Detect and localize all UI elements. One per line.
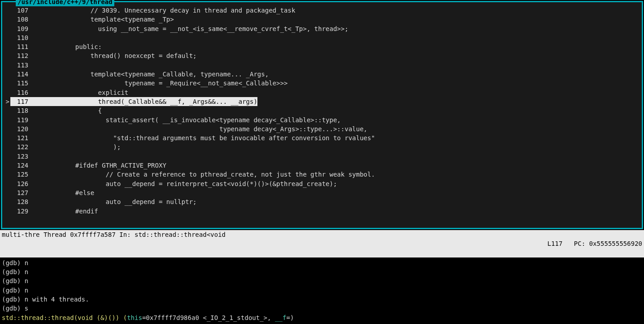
console-history-line: (gdb) s bbox=[2, 304, 642, 313]
line-content: auto __depend = nullptr; bbox=[37, 197, 642, 206]
line-number: 113 bbox=[10, 61, 37, 70]
line-content bbox=[37, 33, 642, 42]
status-bar: multi-thre Thread 0x7ffff7a587 In: std::… bbox=[0, 230, 644, 257]
line-content: typename decay<_Args>::type...>::value, bbox=[37, 124, 642, 133]
line-number: 124 bbox=[10, 161, 37, 170]
current-line-marker bbox=[2, 207, 10, 216]
source-line: 122 ); bbox=[2, 142, 642, 151]
current-line-marker bbox=[2, 133, 10, 142]
line-content: // 3039. Unnecessary decay in thread and… bbox=[37, 6, 642, 15]
line-number: 115 bbox=[10, 79, 37, 88]
source-line: 120 typename decay<_Args>::type...>::val… bbox=[2, 124, 642, 133]
source-line: 119 static_assert( __is_invocable<typena… bbox=[2, 115, 642, 124]
line-content: #ifdef GTHR_ACTIVE_PROXY bbox=[37, 161, 642, 170]
current-line-marker bbox=[2, 161, 10, 170]
source-line: 123 bbox=[2, 152, 642, 161]
line-content: thread() noexcept = default; bbox=[37, 51, 642, 60]
gdb-console[interactable]: (gdb) n(gdb) n(gdb) n(gdb) n(gdb) n with… bbox=[0, 257, 644, 324]
current-line-marker bbox=[2, 33, 10, 42]
line-number: 107 bbox=[10, 6, 37, 15]
line-number: 108 bbox=[10, 15, 37, 24]
line-number: 128 bbox=[10, 197, 37, 206]
line-number: 110 bbox=[10, 33, 37, 42]
line-number: 120 bbox=[10, 124, 37, 133]
line-number: 123 bbox=[10, 152, 37, 161]
source-line: 129 #endif bbox=[2, 207, 642, 216]
current-line-marker bbox=[2, 79, 10, 88]
status-context: multi-thre Thread 0x7ffff7a587 In: std::… bbox=[2, 230, 532, 257]
current-line-marker bbox=[2, 70, 10, 79]
source-line: 128 auto __depend = nullptr; bbox=[2, 197, 642, 206]
console-history-line: (gdb) n bbox=[2, 276, 642, 285]
source-line: 109 using __not_same = __not_<is_same<__… bbox=[2, 24, 642, 33]
current-line-marker bbox=[2, 24, 10, 33]
line-content: using __not_same = __not_<is_same<__remo… bbox=[37, 24, 642, 33]
current-line-marker bbox=[2, 115, 10, 124]
source-line: 125 // Create a reference to pthread_cre… bbox=[2, 170, 642, 179]
source-line: 108 template<typename _Tp> bbox=[2, 15, 642, 24]
current-line-marker bbox=[2, 61, 10, 70]
line-number: 112 bbox=[10, 51, 37, 60]
line-number: 109 bbox=[10, 24, 37, 33]
line-content: { bbox=[37, 106, 642, 115]
source-line: 110 bbox=[2, 33, 642, 42]
line-content bbox=[37, 152, 642, 161]
line-content: static_assert( __is_invocable<typename d… bbox=[37, 115, 642, 124]
source-line: 114 template<typename _Callable, typenam… bbox=[2, 70, 642, 79]
line-number: 121 bbox=[10, 133, 37, 142]
current-line-marker bbox=[2, 15, 10, 24]
source-line: 121 "std::thread arguments must be invoc… bbox=[2, 133, 642, 142]
line-number: 126 bbox=[10, 179, 37, 188]
line-number: 129 bbox=[10, 207, 37, 216]
current-line-marker bbox=[2, 142, 10, 151]
status-position: L117 PC: 0x555555556920 bbox=[532, 230, 642, 257]
console-history-line: (gdb) n bbox=[2, 258, 642, 267]
source-line: 124 #ifdef GTHR_ACTIVE_PROXY bbox=[2, 161, 642, 170]
current-line-marker bbox=[2, 152, 10, 161]
line-content: template<typename _Callable, typename...… bbox=[37, 70, 642, 79]
line-content: "std::thread arguments must be invocable… bbox=[37, 133, 642, 142]
line-content: template<typename _Tp> bbox=[37, 15, 642, 24]
console-history-line: (gdb) n with 4 threads. bbox=[2, 295, 642, 304]
line-content: ); bbox=[37, 142, 642, 151]
current-line-marker bbox=[2, 106, 10, 115]
line-content: auto __depend = reinterpret_cast<void(*)… bbox=[37, 179, 642, 188]
line-content bbox=[37, 61, 642, 70]
source-line: 118 { bbox=[2, 106, 642, 115]
source-line: 111 public: bbox=[2, 42, 642, 51]
console-output-location: at /usr/include/c++/9/thread:117 bbox=[2, 322, 642, 324]
current-line-marker bbox=[2, 88, 10, 97]
line-content: thread(_Callable&& __f, _Args&&... __arg… bbox=[37, 97, 257, 106]
source-file-path: /usr/include/c++/9/thread bbox=[16, 0, 114, 6]
source-line: 127 #else bbox=[2, 188, 642, 197]
line-number: 127 bbox=[10, 188, 37, 197]
line-number: 117 bbox=[10, 97, 37, 106]
line-content: explicit bbox=[37, 88, 642, 97]
current-line-marker bbox=[2, 51, 10, 60]
line-number: 111 bbox=[10, 42, 37, 51]
source-line: 115 typename = _Require<__not_same<_Call… bbox=[2, 79, 642, 88]
console-history-line: (gdb) n bbox=[2, 267, 642, 276]
source-line: 112 thread() noexcept = default; bbox=[2, 51, 642, 60]
source-code-area[interactable]: 107 // 3039. Unnecessary decay in thread… bbox=[2, 2, 642, 228]
line-content: #else bbox=[37, 188, 642, 197]
line-number: 122 bbox=[10, 142, 37, 151]
source-line: 113 bbox=[2, 61, 642, 70]
line-content: // Create a reference to pthread_create,… bbox=[37, 170, 642, 179]
line-number: 116 bbox=[10, 88, 37, 97]
source-line: >117 thread(_Callable&& __f, _Args&&... … bbox=[2, 97, 642, 106]
console-history-line: (gdb) n bbox=[2, 286, 642, 295]
line-number: 114 bbox=[10, 70, 37, 79]
current-line-marker bbox=[2, 124, 10, 133]
source-line: 116 explicit bbox=[2, 88, 642, 97]
line-number: 118 bbox=[10, 106, 37, 115]
current-line-marker bbox=[2, 197, 10, 206]
line-number: 125 bbox=[10, 170, 37, 179]
line-content: public: bbox=[37, 42, 642, 51]
current-line-marker bbox=[2, 179, 10, 188]
source-line: 126 auto __depend = reinterpret_cast<voi… bbox=[2, 179, 642, 188]
current-line-marker bbox=[2, 188, 10, 197]
line-number: 119 bbox=[10, 115, 37, 124]
current-line-marker bbox=[2, 42, 10, 51]
current-line-marker bbox=[2, 170, 10, 179]
